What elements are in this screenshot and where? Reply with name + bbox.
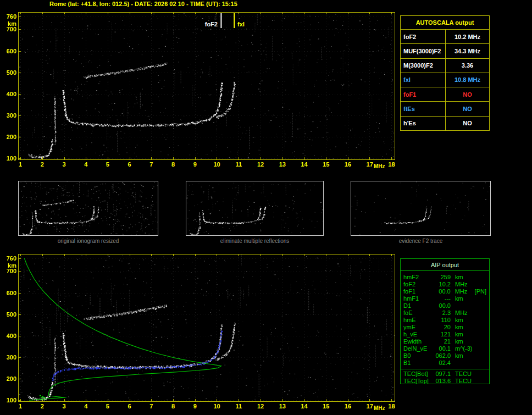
y-axis-tick-label: 500 [1,311,16,318]
aip-row-B0: B0062.0km [401,352,489,359]
aip-param-value: 02.4 [432,359,451,367]
x-axis-tick-label: 16 [342,403,354,410]
main-ionogram-canvas [19,13,395,159]
aip-param-unit: km [455,274,472,281]
x-axis-tick-label: 3 [58,161,70,168]
aip-row-DelN_vE: DelN_vE00.1m^(-3) [401,345,489,352]
y-axis-tick-label: 400 [1,333,16,339]
aip-row-hmF2: hmF2259km [401,274,489,281]
x-axis-tick-label: 10 [211,403,223,410]
aip-output-table: AIP output hmF2259kmfoF210.2MHzfoF100.0M… [400,258,490,384]
aip-param-name: hmE [403,317,432,324]
aip-row-TEC[Bot]: TEC[Bot]097.1TECU [401,369,489,378]
aip-param-unit: km [455,317,472,324]
aip-param-unit: TECU [455,378,472,385]
y-axis-tick-label: 700 [1,268,16,274]
y-axis-tick-label: 300 [1,354,16,361]
aip-param-unit: km [455,295,472,302]
y-axis-tick-label: 500 [1,69,16,76]
autoscala-param-label: M(3000)F2 [401,59,446,73]
autoscala-param-value: NO [446,87,489,101]
y-axis-tick-label: 760 [1,13,16,20]
aip-param-name: foF2 [403,281,432,288]
autoscala-row-ftEs: ftEsNO [401,102,489,116]
aip-param-name: foF1 [403,288,432,295]
autoscala-row-fxI: fxI10.8 MHz [401,73,489,87]
x-axis-tick-label: 15 [320,161,332,168]
x-axis-tick-label: 14 [298,161,310,168]
aip-param-extra: [PN] [475,288,486,295]
thumbnail-canvas-no-multiples [186,181,323,235]
aip-param-value: 110 [432,317,451,324]
profile-ionogram-canvas [19,254,395,401]
aip-param-unit [455,302,472,309]
x-axis-tick-label: 12 [254,403,267,410]
aip-param-value: 097.1 [432,370,451,378]
x-axis-tick-label: 8 [167,403,179,410]
x-axis-tick-label: 16 [342,161,354,168]
aip-param-name: hmF2 [403,274,432,281]
autoscala-param-value: 3.36 [446,59,489,73]
y-axis-tick-label: 400 [1,91,16,97]
x-axis-tick-label: 1 [14,403,26,410]
thumbnail-caption-f2-evidence: evidence F2 trace [351,238,491,244]
x-axis-tick-label: 11 [232,161,245,168]
x-axis-tick-label: 11 [232,403,245,410]
aip-table-header: AIP output [401,259,489,271]
aip-row-TEC[Top]: TEC[Top]013.6TECU [401,378,489,385]
aip-row-D1: D100.0 [401,302,489,309]
aip-param-value: 10.2 [432,281,451,288]
x-axis-tick-label: 1 [14,161,26,168]
station-date-header: Rome (lat: +41.8, lon: 012.5) - DATE: 20… [49,1,237,7]
y-axis-unit-label: km [1,20,16,27]
aip-param-name: D1 [403,302,432,309]
aip-param-unit: MHz [455,281,472,288]
thumbnail-no-multiples [186,181,324,236]
x-axis-tick-label: 3 [58,403,70,410]
autoscala-row-h'Es: h'EsNO [401,117,489,130]
aip-param-value: 00.0 [432,288,451,295]
y-axis-unit-label: km [1,262,16,269]
aip-param-value: 00.1 [432,345,451,352]
y-axis-tick-label: 700 [1,26,16,32]
thumbnail-caption-no-multiples: eliminate multiple reflections [186,238,324,244]
aip-param-name: DelN_vE [403,345,432,352]
autoscala-param-value: 34.3 MHz [446,44,489,58]
aip-param-name: h_vE [403,331,432,338]
autoscala-param-label: ftEs [401,102,446,115]
x-axis-tick-label: 9 [189,161,201,168]
aip-param-name: TEC[Top] [403,378,432,385]
aip-param-unit: MHz [455,309,472,317]
aip-param-value: 121 [432,331,451,338]
main-ionogram-plot: foF2 fxI [18,12,395,160]
aip-param-unit: TECU [455,370,472,378]
thumbnail-f2-evidence [351,181,491,236]
aip-param-unit: MHz [455,288,472,295]
aip-param-value: --- [432,295,451,302]
y-axis-tick-label: 600 [1,48,16,54]
thumbnail-caption-original: original ionogram resized [18,238,158,244]
aip-param-unit: m^(-3) [455,345,472,352]
aip-row-foF1: foF100.0MHz[PN] [401,288,489,295]
autoscala-param-value: 10.8 MHz [446,73,489,87]
aip-param-name: B0 [403,352,432,359]
aip-param-value: 00.0 [432,302,451,309]
aip-param-unit: km [455,352,472,359]
autoscala-table-header: AUTOSCALA output [401,16,489,30]
autoscala-row-M(3000)F2: M(3000)F23.36 [401,59,489,73]
aip-param-name: ymE [403,324,432,331]
x-axis-tick-label: 7 [145,403,157,410]
autoscala-param-label: h'Es [401,117,446,130]
aip-param-name: Ewidth [403,338,432,345]
autoscala-param-label: foF2 [401,30,446,43]
thumbnail-original-ionogram [18,181,158,236]
x-axis-tick-label: 10 [211,161,223,168]
autoscala-output-table: AUTOSCALA output foF210.2 MHzMUF(3000)F2… [400,15,490,131]
autoscala-param-value: NO [446,102,489,115]
x-axis-tick-label: 8 [167,161,179,168]
aip-param-value: 062.0 [432,352,451,359]
aip-row-foF2: foF210.2MHz [401,281,489,288]
fxi-marker-label: fxI [236,21,246,27]
autoscala-param-label: MUF(3000)F2 [401,44,446,58]
x-axis-tick-label: 7 [145,161,157,168]
